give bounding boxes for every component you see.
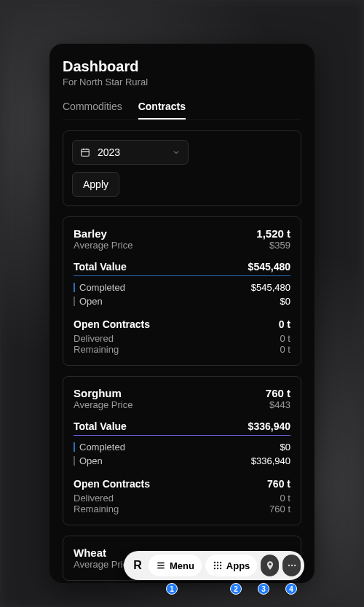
commodity-name: Sorghum <box>74 387 122 399</box>
commodity-name: Wheat <box>74 547 106 559</box>
total-value: $336,940 <box>248 420 290 432</box>
svg-point-7 <box>214 562 215 563</box>
open-label: Open <box>79 455 103 466</box>
menu-label: Menu <box>170 560 194 571</box>
svg-point-9 <box>220 562 221 563</box>
svg-point-11 <box>217 565 218 566</box>
contract-card: Barley 1,520 t Average Price $359 Total … <box>63 216 301 366</box>
progress-bar <box>74 275 290 276</box>
chevron-down-icon <box>172 148 181 157</box>
apps-label: Apps <box>226 560 250 571</box>
calendar-icon <box>80 147 90 157</box>
app-frame: Dashboard For North Star Rural Commoditi… <box>50 44 314 583</box>
total-value-label: Total Value <box>74 420 127 432</box>
open-value: $336,940 <box>251 455 290 466</box>
total-value: $545,480 <box>248 261 290 273</box>
delivered-label: Delivered <box>74 493 114 504</box>
remaining-value: 0 t <box>280 344 290 355</box>
step-badge: 4 <box>285 583 297 595</box>
svg-point-18 <box>294 565 296 566</box>
open-value: $0 <box>280 296 290 307</box>
avg-price-label: Average Price <box>74 399 132 410</box>
apps-button[interactable]: Apps <box>205 555 258 576</box>
commodity-quantity: 1,520 t <box>256 227 290 240</box>
completed-value: $545,480 <box>251 282 290 293</box>
avg-price-label: Average Price <box>74 240 132 251</box>
menu-button[interactable]: Menu <box>149 555 202 576</box>
commodity-name: Barley <box>74 227 107 240</box>
menu-icon <box>156 560 166 571</box>
page-title: Dashboard <box>63 58 301 75</box>
remaining-value: 760 t <box>269 504 290 514</box>
total-value-label: Total Value <box>74 261 127 273</box>
commodity-quantity: 760 t <box>266 387 290 399</box>
completed-tick-icon <box>74 283 75 292</box>
completed-tick-icon <box>74 442 75 452</box>
svg-point-14 <box>217 568 218 569</box>
location-button[interactable] <box>261 555 279 576</box>
open-tick-icon <box>74 456 75 466</box>
svg-point-15 <box>220 568 221 569</box>
completed-label: Completed <box>79 282 125 293</box>
open-contracts-value: 760 t <box>267 478 290 490</box>
svg-point-13 <box>214 568 215 569</box>
apply-button[interactable]: Apply <box>72 172 119 197</box>
step-badge: 3 <box>258 583 269 595</box>
completed-label: Completed <box>79 442 125 453</box>
svg-point-16 <box>288 565 289 566</box>
tab-commodities[interactable]: Commodities <box>63 101 122 120</box>
year-value: 2023 <box>98 146 120 158</box>
svg-point-12 <box>220 565 221 566</box>
step-badge: 2 <box>230 583 242 595</box>
remaining-label: Remaining <box>74 344 119 355</box>
svg-point-10 <box>214 565 215 566</box>
svg-point-17 <box>290 565 292 566</box>
completed-value: $0 <box>280 442 290 453</box>
svg-point-8 <box>217 562 218 563</box>
grid-icon <box>213 560 223 571</box>
open-contracts-label: Open Contracts <box>74 478 150 490</box>
dots-icon <box>287 560 297 571</box>
delivered-value: 0 t <box>280 333 290 344</box>
progress-bar <box>74 435 290 436</box>
delivered-value: 0 t <box>280 493 290 504</box>
open-tick-icon <box>74 297 75 306</box>
tabs: Commodities Contracts <box>63 101 301 120</box>
open-contracts-value: 0 t <box>279 318 290 330</box>
svg-rect-0 <box>82 149 90 156</box>
filter-panel: 2023 Apply <box>63 130 301 206</box>
open-contracts-label: Open Contracts <box>74 318 150 330</box>
remaining-label: Remaining <box>74 504 119 514</box>
tab-contracts[interactable]: Contracts <box>138 101 186 120</box>
floating-toolbar: R Menu Apps <box>124 551 304 580</box>
pin-icon <box>265 560 275 571</box>
page-subtitle: For North Star Rural <box>63 77 301 87</box>
avg-price-value: $443 <box>269 399 290 410</box>
year-select[interactable]: 2023 <box>72 140 189 165</box>
delivered-label: Delivered <box>74 333 114 344</box>
open-label: Open <box>79 296 103 307</box>
toolbar-logo[interactable]: R <box>130 557 145 574</box>
step-badge: 1 <box>166 583 178 595</box>
avg-price-value: $359 <box>269 240 290 251</box>
contract-card: Sorghum 760 t Average Price $443 Total V… <box>63 376 301 525</box>
more-button[interactable] <box>282 555 301 576</box>
